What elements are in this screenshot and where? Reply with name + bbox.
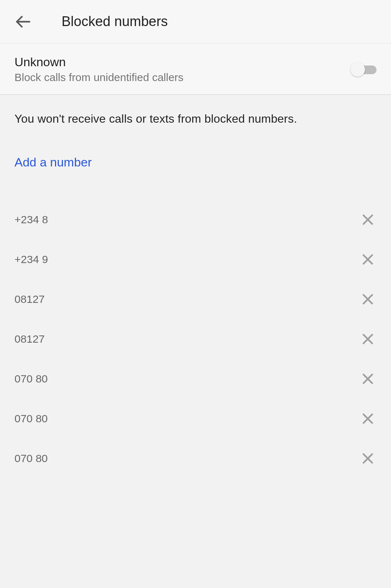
back-button[interactable] <box>14 13 32 30</box>
blocked-number-row: 070 80 <box>0 399 391 439</box>
blocked-number-row: +234 9 <box>0 240 391 279</box>
add-number-button[interactable]: Add a number <box>0 143 391 182</box>
remove-number-button[interactable] <box>359 291 377 308</box>
remove-number-button[interactable] <box>359 251 377 268</box>
blocked-number-text: +234 8 <box>14 213 48 226</box>
remove-number-button[interactable] <box>359 370 377 388</box>
blocked-number-text: +234 9 <box>14 253 48 266</box>
page-title: Blocked numbers <box>62 14 168 29</box>
close-icon <box>361 253 374 266</box>
blocked-number-text: 08127 <box>14 333 45 345</box>
blocked-number-list: +234 8 +234 9 08127 08127 070 80 070 80 <box>0 182 391 478</box>
close-icon <box>361 213 374 226</box>
arrow-back-icon <box>16 14 31 29</box>
close-icon <box>361 293 374 306</box>
blocked-number-text: 070 80 <box>14 413 48 425</box>
close-icon <box>361 452 374 465</box>
unknown-setting-text: Unknown Block calls from unidentified ca… <box>14 55 350 84</box>
blocked-number-text: 08127 <box>14 293 45 305</box>
close-icon <box>361 372 374 385</box>
blocked-number-text: 070 80 <box>14 373 48 385</box>
remove-number-button[interactable] <box>359 330 377 348</box>
close-icon <box>361 333 374 346</box>
block-description: You won't receive calls or texts from bl… <box>0 95 391 143</box>
blocked-number-text: 070 80 <box>14 452 48 465</box>
unknown-toggle[interactable] <box>350 62 377 77</box>
unknown-callers-setting[interactable]: Unknown Block calls from unidentified ca… <box>0 43 391 95</box>
header: Blocked numbers <box>0 0 391 43</box>
blocked-number-row: 08127 <box>0 279 391 319</box>
unknown-setting-title: Unknown <box>14 55 350 69</box>
remove-number-button[interactable] <box>359 450 377 467</box>
blocked-number-row: 070 80 <box>0 359 391 399</box>
remove-number-button[interactable] <box>359 410 377 427</box>
blocked-number-row: 08127 <box>0 319 391 359</box>
remove-number-button[interactable] <box>359 211 377 228</box>
close-icon <box>361 412 374 425</box>
unknown-setting-subtitle: Block calls from unidentified callers <box>14 71 350 84</box>
toggle-knob <box>350 62 365 77</box>
blocked-number-row: 070 80 <box>0 439 391 478</box>
blocked-number-row: +234 8 <box>0 200 391 240</box>
